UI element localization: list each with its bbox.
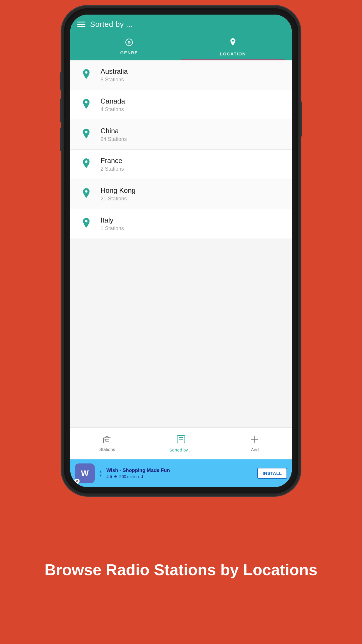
stations-nav-icon (103, 435, 112, 445)
location-name: France (101, 157, 124, 165)
hamburger-icon[interactable] (77, 22, 85, 27)
bottom-nav: Stations Sorted by ... (70, 427, 292, 459)
location-count: 5 Stations (101, 77, 128, 83)
phone-screen: Sorted by ... GENRE (70, 15, 292, 487)
nav-item-sorted-by[interactable]: Sorted by ... (144, 428, 218, 459)
tabs-row: GENRE LOCATION (77, 35, 285, 60)
location-count: 2 Stations (101, 166, 124, 172)
location-list: Australia 5 Stations Canada 4 Stations (70, 60, 292, 427)
nav-item-stations[interactable]: Stations (70, 428, 144, 459)
header-title: Sorted by ... (90, 20, 133, 29)
svg-rect-3 (103, 438, 111, 443)
svg-point-2 (129, 42, 130, 43)
location-info-australia: Australia 5 Stations (101, 67, 128, 83)
tab-location[interactable]: LOCATION (181, 35, 285, 60)
add-nav-icon (251, 435, 259, 445)
ad-logo-wrapper: W ✕ (75, 463, 95, 483)
ad-info: Wish - Shopping Made Fun 4.5 ★ 200 milli… (106, 468, 257, 479)
location-name: Italy (101, 216, 124, 224)
side-btn-vol-up (60, 99, 62, 122)
location-tab-label: LOCATION (220, 51, 246, 56)
ad-install-button[interactable]: INSTALL (257, 468, 287, 479)
bottom-caption-text: Browse Radio Stations by Locations (45, 560, 317, 580)
location-count: 1 Stations (101, 225, 124, 232)
location-count: 21 Stations (101, 196, 136, 202)
phone-wrapper: Sorted by ... GENRE (61, 6, 301, 496)
location-info-canada: Canada 4 Stations (101, 97, 125, 113)
svg-point-5 (104, 439, 105, 440)
pin-icon-france (79, 157, 94, 172)
ad-close-button[interactable]: ✕ (74, 479, 80, 484)
list-item[interactable]: Canada 4 Stations (70, 90, 292, 120)
pin-icon-hongkong (79, 187, 94, 202)
active-tab-indicator (181, 60, 285, 60)
ad-downloads: 200 million (119, 474, 139, 479)
side-btn-mute (60, 72, 62, 90)
nav-item-add[interactable]: Add (218, 428, 292, 459)
side-btn-vol-down (60, 128, 62, 151)
location-name: China (101, 127, 127, 135)
ad-download-icon: ⬇ (140, 474, 144, 479)
ad-title: Wish - Shopping Made Fun (106, 468, 257, 473)
location-tab-icon (229, 38, 237, 50)
header-top-row: Sorted by ... (77, 20, 285, 32)
stations-nav-label: Stations (99, 447, 115, 452)
ad-arrows-icon: ▲ ▼ (99, 469, 102, 477)
location-name: Canada (101, 97, 125, 105)
genre-tab-label: GENRE (120, 50, 138, 55)
list-item[interactable]: China 24 Stations (70, 120, 292, 150)
location-name: Australia (101, 67, 128, 76)
list-item[interactable]: Hong Kong 21 Stations (70, 179, 292, 209)
pin-icon-canada (79, 98, 94, 112)
pin-icon-australia (79, 68, 94, 83)
ad-meta: 4.5 ★ 200 million ⬇ (106, 474, 257, 479)
ad-star-icon: ★ (114, 474, 117, 479)
app-header: Sorted by ... GENRE (70, 15, 292, 60)
pin-icon-italy (79, 217, 94, 231)
pin-icon-china (79, 127, 94, 142)
list-item[interactable]: Italy 1 Stations (70, 209, 292, 239)
location-name: Hong Kong (101, 186, 136, 195)
location-count: 4 Stations (101, 106, 125, 113)
tab-genre[interactable]: GENRE (77, 35, 181, 60)
location-info-hongkong: Hong Kong 21 Stations (101, 186, 136, 202)
genre-icon (125, 38, 133, 48)
ad-banner[interactable]: W ✕ ▲ ▼ Wish - Shopping Made Fun 4.5 ★ 2… (70, 459, 292, 487)
location-info-italy: Italy 1 Stations (101, 216, 124, 232)
location-info-france: France 2 Stations (101, 157, 124, 172)
location-count: 24 Stations (101, 136, 127, 142)
bottom-caption-area: Browse Radio Stations by Locations (27, 496, 335, 644)
add-nav-label: Add (251, 447, 259, 452)
list-item[interactable]: France 2 Stations (70, 150, 292, 179)
ad-rating: 4.5 (106, 474, 112, 479)
sorted-by-nav-label: Sorted by ... (169, 447, 193, 452)
list-item[interactable]: Australia 5 Stations (70, 60, 292, 90)
location-info-china: China 24 Stations (101, 127, 127, 142)
svg-rect-4 (106, 439, 109, 441)
sorted-by-nav-icon (177, 435, 185, 446)
side-btn-power (300, 102, 302, 136)
